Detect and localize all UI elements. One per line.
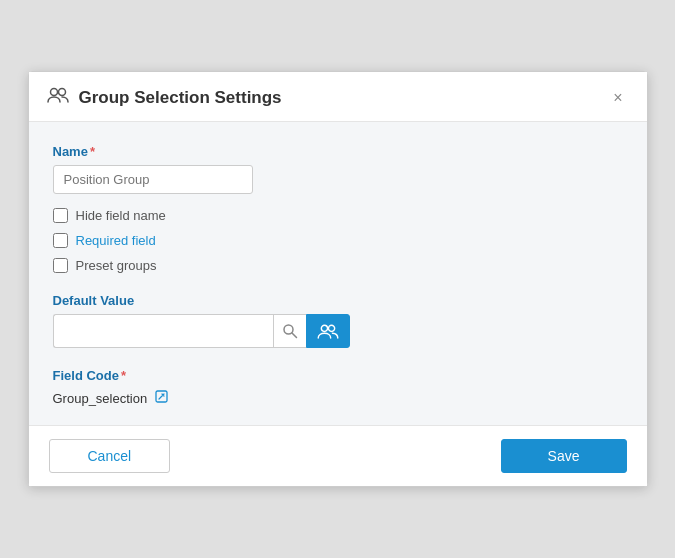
required-field-checkbox[interactable]	[53, 233, 68, 248]
default-value-label: Default Value	[53, 293, 623, 308]
cancel-button[interactable]: Cancel	[49, 439, 171, 473]
modal-header: Group Selection Settings ×	[29, 72, 647, 122]
preset-groups-row: Preset groups	[53, 258, 623, 273]
default-value-section: Default Value	[53, 293, 623, 348]
svg-point-5	[328, 325, 334, 331]
modal-overlay: Group Selection Settings × Name* Hide fi…	[0, 0, 675, 558]
modal-footer: Cancel Save	[29, 425, 647, 486]
field-code-text: Group_selection	[53, 391, 148, 406]
hide-field-name-label: Hide field name	[76, 208, 166, 223]
close-button[interactable]: ×	[607, 88, 628, 108]
modal-body: Name* Hide field name Required field Pre…	[29, 122, 647, 425]
name-field-section: Name*	[53, 144, 623, 194]
search-button[interactable]	[273, 314, 306, 348]
svg-point-4	[321, 325, 327, 331]
save-button[interactable]: Save	[501, 439, 627, 473]
default-value-input[interactable]	[53, 314, 273, 348]
required-field-row: Required field	[53, 233, 623, 248]
preset-groups-checkbox[interactable]	[53, 258, 68, 273]
default-value-row	[53, 314, 623, 348]
modal-title: Group Selection Settings	[79, 88, 282, 108]
required-field-label: Required field	[76, 233, 156, 248]
field-code-value-row: Group_selection	[53, 389, 623, 407]
preset-groups-label: Preset groups	[76, 258, 157, 273]
group-selection-settings-modal: Group Selection Settings × Name* Hide fi…	[28, 71, 648, 487]
group-icon	[47, 86, 69, 109]
group-select-button[interactable]	[306, 314, 350, 348]
field-code-label: Field Code*	[53, 368, 623, 383]
modal-title-row: Group Selection Settings	[47, 86, 282, 109]
name-label: Name*	[53, 144, 623, 159]
groups-icon	[317, 323, 339, 339]
hide-field-name-checkbox[interactable]	[53, 208, 68, 223]
field-code-required-star: *	[121, 368, 126, 383]
svg-point-1	[58, 89, 65, 96]
name-required-star: *	[90, 144, 95, 159]
svg-line-3	[292, 333, 297, 338]
hide-field-name-row: Hide field name	[53, 208, 623, 223]
svg-point-0	[50, 89, 57, 96]
name-input[interactable]	[53, 165, 253, 194]
field-code-section: Field Code* Group_selection	[53, 368, 623, 407]
search-icon	[282, 323, 298, 339]
edit-field-code-icon[interactable]	[154, 389, 169, 407]
checkbox-group: Hide field name Required field Preset gr…	[53, 208, 623, 273]
